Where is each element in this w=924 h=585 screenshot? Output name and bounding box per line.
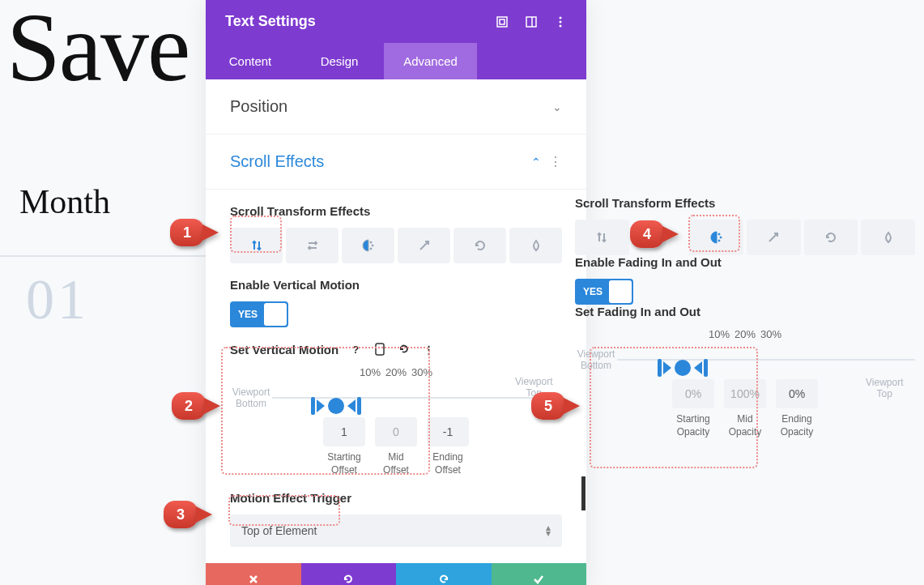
- effect-blur[interactable]: [509, 228, 562, 263]
- chevron-up-icon: ⌃: [531, 156, 541, 169]
- bg-text-month: Month: [19, 182, 110, 221]
- tab-design[interactable]: Design: [295, 43, 384, 79]
- svg-point-7: [370, 241, 372, 243]
- slider-tri-left: [317, 399, 325, 412]
- chevron-down-icon: ⌄: [552, 100, 562, 113]
- ending-offset-cap: Ending Offset: [427, 451, 469, 476]
- action-bar: [206, 563, 586, 585]
- svg-rect-1: [500, 19, 505, 24]
- slider-track-r[interactable]: [617, 359, 915, 361]
- enable-fading-toggle[interactable]: YES: [575, 279, 633, 305]
- section-scroll-title: Scroll Effects: [230, 152, 324, 171]
- effect-scale-r[interactable]: [747, 220, 801, 255]
- effect-rotate[interactable]: [453, 228, 506, 263]
- viewport-bottom-label: Viewport Bottom: [230, 386, 272, 410]
- effect-fade[interactable]: [342, 228, 394, 263]
- svg-point-9: [370, 248, 372, 250]
- svg-point-11: [718, 233, 720, 235]
- slider-start-handle-r[interactable]: [658, 359, 662, 377]
- text-cursor: [581, 476, 585, 510]
- effect-rotate-r[interactable]: [804, 220, 858, 255]
- effect-vertical-motion[interactable]: [230, 228, 283, 263]
- slider-mid-handle[interactable]: [328, 398, 344, 414]
- motion-effect-trigger-dropdown[interactable]: Top of Element ▴▾: [230, 515, 562, 547]
- mid-opacity-input[interactable]: [724, 379, 766, 408]
- viewport-bottom-label-r: Viewport Bottom: [575, 348, 617, 372]
- dropdown-arrows-icon: ▴▾: [546, 525, 551, 536]
- enable-vertical-motion-label: Enable Vertical Motion: [230, 278, 562, 292]
- right-column: Scroll Transform Effects Enable Fading I…: [575, 193, 915, 438]
- section-scroll-effects[interactable]: Scroll Effects ⌃ ⋮: [206, 135, 586, 190]
- callout-4: 4: [630, 220, 679, 248]
- svg-rect-0: [497, 17, 507, 27]
- redo-button[interactable]: [396, 563, 492, 585]
- close-button[interactable]: [206, 563, 301, 585]
- help-icon[interactable]: ?: [348, 342, 363, 357]
- reset-icon[interactable]: [397, 342, 411, 357]
- settings-tabs: Content Design Advanced: [206, 43, 586, 79]
- ending-opacity-cap: Ending Opacity: [776, 413, 818, 438]
- motion-effect-trigger-label: Motion Effect Trigger: [230, 491, 562, 505]
- enable-vertical-motion-toggle[interactable]: YES: [230, 301, 288, 327]
- bg-text-save: Save: [6, 0, 189, 104]
- toggle-yes-label: YES: [232, 309, 264, 320]
- dropdown-value: Top of Element: [241, 524, 317, 537]
- slider-start-handle[interactable]: [311, 397, 315, 415]
- toggle-yes-label-r: YES: [577, 286, 609, 297]
- svg-point-5: [560, 20, 562, 23]
- toggle-knob: [264, 303, 287, 326]
- effect-blur-r[interactable]: [861, 220, 915, 255]
- slider-tri-right-r: [694, 361, 702, 374]
- options-icon[interactable]: ⋮: [421, 342, 436, 357]
- slider-tri-left-r: [663, 361, 671, 374]
- svg-point-12: [720, 237, 722, 238]
- callout-5: 5: [531, 392, 580, 420]
- slider-end-handle[interactable]: [357, 397, 361, 415]
- enable-fading-label: Enable Fading In and Out: [575, 255, 915, 269]
- starting-opacity-cap: Starting Opacity: [672, 413, 714, 438]
- mid-offset-input[interactable]: [375, 417, 417, 446]
- expand-icon[interactable]: [496, 15, 509, 28]
- svg-point-6: [560, 24, 562, 27]
- starting-offset-input[interactable]: [323, 417, 365, 446]
- effect-fade-r[interactable]: [689, 220, 743, 255]
- svg-rect-2: [526, 17, 536, 27]
- snap-icon[interactable]: [525, 15, 538, 28]
- effect-vertical-motion-r[interactable]: [575, 220, 629, 255]
- effect-buttons: [230, 228, 562, 263]
- mid-opacity-cap: Mid Opacity: [724, 413, 766, 438]
- set-fading-label: Set Fading In and Out: [575, 305, 915, 318]
- section-menu-icon[interactable]: ⋮: [549, 154, 562, 169]
- scroll-transform-effects-label: Scroll Transform Effects: [230, 204, 562, 218]
- panel-header: Text Settings Content Design Advanced: [206, 0, 586, 79]
- slider-mid-handle-r[interactable]: [675, 360, 691, 376]
- tab-content[interactable]: Content: [206, 43, 295, 79]
- save-button[interactable]: [492, 563, 587, 585]
- section-position[interactable]: Position ⌄: [206, 79, 586, 135]
- svg-point-13: [718, 240, 720, 241]
- starting-offset-cap: Starting Offset: [323, 451, 365, 476]
- callout-1: 1: [170, 219, 219, 246]
- panel-title: Text Settings: [225, 13, 496, 30]
- svg-point-8: [372, 245, 373, 246]
- ending-opacity-input[interactable]: [776, 379, 818, 408]
- set-vertical-motion-label: Set Vertical Motion ? ⋮: [230, 342, 562, 357]
- viewport-top-label-right: Viewport Top: [866, 377, 903, 400]
- ending-offset-input[interactable]: [427, 417, 469, 446]
- callout-2: 2: [172, 392, 220, 420]
- slider-end-handle-r[interactable]: [704, 359, 708, 377]
- effect-scale[interactable]: [398, 228, 450, 263]
- toggle-knob-r: [609, 280, 632, 303]
- effect-horizontal-motion[interactable]: [286, 228, 339, 263]
- kebab-menu-icon[interactable]: [554, 15, 567, 28]
- undo-button[interactable]: [301, 563, 397, 585]
- section-position-title: Position: [230, 97, 287, 116]
- phone-icon[interactable]: [373, 342, 387, 357]
- tab-advanced[interactable]: Advanced: [384, 43, 477, 79]
- effect-buttons-r: [575, 220, 915, 255]
- mid-offset-cap: Mid Offset: [375, 451, 417, 476]
- slider-tri-right: [347, 399, 356, 412]
- starting-opacity-input[interactable]: [672, 379, 714, 408]
- callout-3: 3: [164, 501, 212, 528]
- bg-divider: [0, 255, 211, 257]
